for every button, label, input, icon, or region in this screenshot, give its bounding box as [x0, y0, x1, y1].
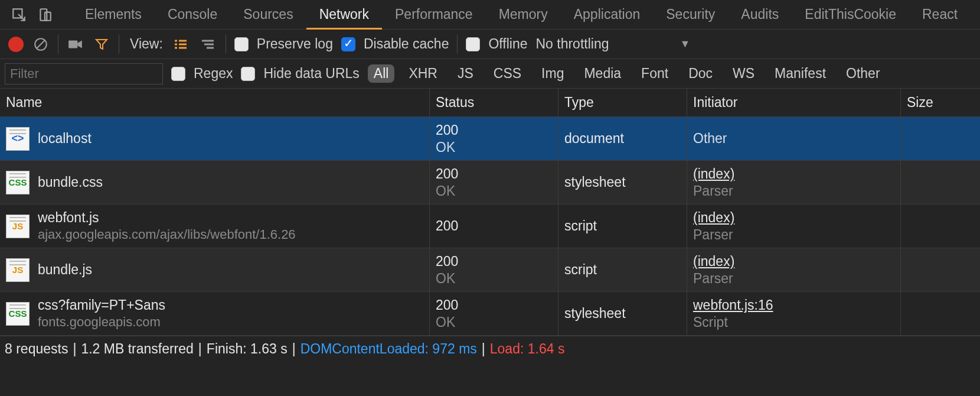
hide-data-urls-checkbox[interactable]: [241, 67, 255, 81]
tab-elements[interactable]: Elements: [72, 0, 155, 29]
inspect-icon[interactable]: [6, 2, 32, 28]
status-text: OK: [436, 139, 458, 156]
size-cell: [901, 205, 980, 248]
view-label: View:: [130, 36, 163, 52]
col-name[interactable]: Name: [0, 89, 430, 116]
filter-input[interactable]: [5, 63, 163, 85]
col-status[interactable]: Status: [430, 89, 558, 116]
clear-icon[interactable]: [32, 35, 50, 53]
doc-file-icon: <>: [6, 127, 30, 151]
table-row[interactable]: JSwebfont.jsajax.googleapis.com/ajax/lib…: [0, 205, 980, 248]
offline-checkbox[interactable]: [466, 37, 480, 51]
tab-react[interactable]: React: [909, 0, 971, 29]
type-filter-media[interactable]: Media: [578, 64, 627, 83]
table-header: Name Status Type Initiator Size: [0, 89, 980, 117]
type-filter-css[interactable]: CSS: [488, 64, 527, 83]
status-code: 200: [436, 218, 458, 235]
type-filter-xhr[interactable]: XHR: [403, 64, 443, 83]
status-text: OK: [436, 183, 458, 200]
tab-console[interactable]: Console: [155, 0, 230, 29]
tab-performance[interactable]: Performance: [382, 0, 486, 29]
type-filter-doc[interactable]: Doc: [682, 64, 718, 83]
request-name: bundle.js: [38, 261, 92, 278]
initiator-link: Other: [693, 130, 727, 147]
initiator-type: Parser: [693, 270, 734, 287]
tab-network[interactable]: Network: [306, 0, 382, 29]
tab-application[interactable]: Application: [561, 0, 654, 29]
request-type: stylesheet: [564, 174, 626, 190]
status-requests: 8 requests: [5, 341, 68, 357]
devtools-tabstrip: ElementsConsoleSourcesNetworkPerformance…: [0, 0, 980, 30]
filter-bar: Regex Hide data URLs AllXHRJSCSSImgMedia…: [0, 59, 980, 89]
request-name: webfont.js: [38, 209, 296, 226]
js-file-icon: JS: [6, 258, 30, 282]
tab-memory[interactable]: Memory: [486, 0, 561, 29]
request-type: stylesheet: [564, 306, 626, 322]
svg-rect-1: [40, 9, 47, 21]
initiator-link[interactable]: (index): [693, 253, 734, 270]
status-code: 200: [436, 253, 458, 270]
svg-line-4: [37, 40, 45, 48]
svg-rect-5: [68, 40, 77, 48]
request-name: bundle.css: [38, 174, 103, 191]
regex-checkbox[interactable]: [171, 67, 185, 81]
request-name: css?family=PT+Sans: [38, 297, 165, 314]
initiator-type: Parser: [693, 183, 734, 200]
css-file-icon: CSS: [6, 302, 30, 326]
type-filter-js[interactable]: JS: [452, 64, 479, 83]
status-text: OK: [436, 314, 458, 331]
table-row[interactable]: CSScss?family=PT+Sansfonts.googleapis.co…: [0, 292, 980, 336]
table-row[interactable]: <>localhost200OKdocumentOther: [0, 117, 980, 161]
svg-rect-2: [45, 12, 51, 20]
filter-icon[interactable]: [93, 35, 110, 53]
request-type: document: [564, 131, 624, 147]
hide-data-urls-label: Hide data URLs: [263, 66, 359, 82]
disable-cache-checkbox[interactable]: [341, 37, 355, 51]
overview-icon[interactable]: [198, 37, 217, 52]
type-filter-other[interactable]: Other: [840, 64, 886, 83]
status-code: 200: [436, 297, 458, 314]
device-toggle-icon[interactable]: [32, 2, 58, 28]
throttling-select[interactable]: No throttling ▼: [535, 36, 690, 52]
type-filter-font[interactable]: Font: [635, 64, 674, 83]
col-initiator[interactable]: Initiator: [687, 89, 901, 116]
request-domain: fonts.googleapis.com: [38, 314, 165, 330]
chevron-down-icon: ▼: [680, 38, 691, 50]
tab-sources[interactable]: Sources: [230, 0, 306, 29]
type-filter-img[interactable]: Img: [535, 64, 570, 83]
initiator-link[interactable]: (index): [693, 165, 734, 183]
record-button[interactable]: [8, 37, 24, 52]
status-transferred: 1.2 MB transferred: [81, 341, 193, 357]
col-size[interactable]: Size: [901, 89, 980, 116]
offline-label: Offline: [488, 36, 527, 52]
css-file-icon: CSS: [6, 171, 30, 194]
network-table: Name Status Type Initiator Size <>localh…: [0, 89, 980, 336]
request-name: localhost: [38, 130, 92, 147]
request-domain: ajax.googleapis.com/ajax/libs/webfont/1.…: [38, 226, 296, 243]
status-code: 200: [436, 165, 458, 183]
initiator-link[interactable]: webfont.js:16: [693, 297, 773, 314]
table-row[interactable]: CSSbundle.css200OKstylesheet(index)Parse…: [0, 161, 980, 205]
camera-icon[interactable]: [67, 35, 84, 53]
status-code: 200: [436, 122, 458, 139]
size-cell: [901, 161, 980, 204]
preserve-log-checkbox[interactable]: [234, 37, 249, 51]
status-bar: 8 requests | 1.2 MB transferred | Finish…: [0, 336, 980, 362]
status-load: Load: 1.64 s: [490, 341, 565, 357]
type-filter-all[interactable]: All: [368, 64, 395, 83]
preserve-log-label: Preserve log: [257, 36, 333, 52]
type-filter-manifest[interactable]: Manifest: [769, 64, 832, 83]
tab-security[interactable]: Security: [653, 0, 728, 29]
tab-editthiscookie[interactable]: EditThisCookie: [792, 0, 909, 29]
disable-cache-label: Disable cache: [364, 36, 449, 52]
request-type: script: [564, 262, 597, 278]
type-filter-ws[interactable]: WS: [727, 64, 760, 83]
col-type[interactable]: Type: [558, 89, 687, 116]
throttling-value: No throttling: [535, 36, 609, 52]
regex-label: Regex: [194, 66, 233, 82]
table-row[interactable]: JSbundle.js200OKscript(index)Parser: [0, 248, 980, 292]
large-rows-icon[interactable]: [171, 37, 190, 52]
initiator-link[interactable]: (index): [693, 209, 734, 226]
initiator-type: Parser: [693, 226, 734, 244]
tab-audits[interactable]: Audits: [728, 0, 792, 29]
